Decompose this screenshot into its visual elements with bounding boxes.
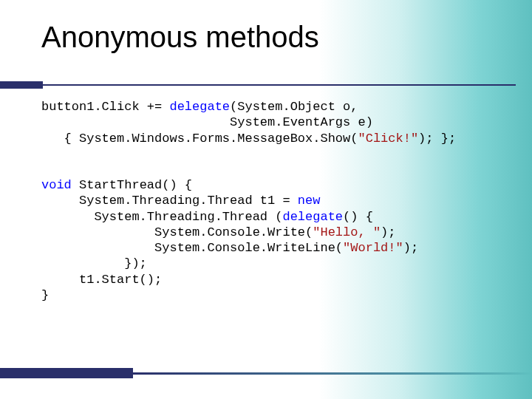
code-text: button1.Click += [41,100,169,114]
code-text: System.Threading.Thread t1 = [41,194,298,208]
underline-block [0,81,43,89]
keyword-void: void [41,178,72,192]
code-text: }); [41,256,147,270]
string-literal: "Click!" [358,132,418,146]
code-text: } [41,288,49,302]
code-text: System.Console.WriteLine( [41,241,343,255]
code-text: System.EventArgs e) [41,115,373,129]
code-text: System.Console.Write( [41,225,313,239]
code-text: StartThread() { [72,178,192,192]
keyword-delegate: delegate [282,210,343,224]
code-text: System.Threading.Thread ( [41,210,282,224]
code-text: t1.Start(); [41,273,162,287]
code-text: (System.Object o, [230,100,358,114]
code-text: ); }; [418,132,456,146]
slide: Anonymous methods button1.Click += deleg… [0,0,532,399]
code-block-1: button1.Click += delegate(System.Object … [41,99,456,146]
code-block-2: void StartThread() { System.Threading.Th… [41,177,418,303]
string-literal: "Hello, " [313,225,381,239]
code-text: ); [381,225,395,239]
code-text: () { [343,210,373,224]
title-underline [0,78,532,89]
slide-title: Anonymous methods [0,0,532,54]
underline-line [43,84,516,86]
keyword-delegate: delegate [169,100,230,114]
code-text: ); [403,241,418,255]
code-text: { System.Windows.Forms.MessageBox.Show( [41,132,358,146]
footer-line [133,372,532,375]
keyword-new: new [298,194,321,208]
string-literal: "World!" [343,241,403,255]
footer-block [0,368,133,378]
